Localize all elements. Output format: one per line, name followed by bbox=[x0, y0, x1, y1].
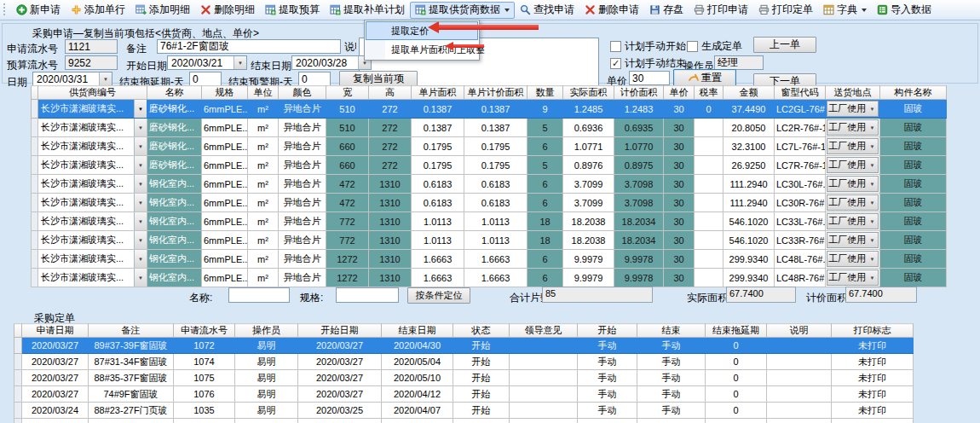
grid-cell[interactable]: 手动 bbox=[578, 386, 637, 403]
grid-cell[interactable]: 0.6183 bbox=[412, 175, 464, 194]
grid-cell[interactable]: 1076 bbox=[174, 386, 235, 403]
grid-cell[interactable]: 772 bbox=[326, 212, 369, 231]
delivery-dropdown-button[interactable]: 工厂使用▼ bbox=[827, 213, 879, 229]
delay-field[interactable] bbox=[189, 72, 222, 86]
grid-cell[interactable] bbox=[695, 119, 723, 137]
grid-cell[interactable]: 5 bbox=[527, 119, 563, 137]
grid-cell[interactable]: 6mmPLE... bbox=[202, 269, 248, 287]
grid-cell[interactable]: 工厂使用▼ bbox=[826, 212, 880, 231]
grid-cell[interactable]: 18.2038 bbox=[563, 212, 614, 231]
grid-cell[interactable]: 30 bbox=[664, 194, 695, 212]
grid-cell[interactable] bbox=[767, 386, 832, 403]
end-date-picker[interactable]: 2020/03/28 ▼ bbox=[291, 55, 372, 70]
grid-cell[interactable]: 6 bbox=[527, 250, 563, 269]
grid-cell[interactable]: 1272 bbox=[326, 250, 369, 269]
grid-cell[interactable]: 开始 bbox=[453, 403, 510, 419]
grid-cell[interactable]: 3.7098 bbox=[614, 175, 664, 194]
grid-cell[interactable]: 未打印 bbox=[832, 338, 914, 354]
grid-cell[interactable]: 开始 bbox=[453, 354, 510, 370]
grid-cell[interactable]: 固玻 bbox=[880, 194, 947, 212]
grid-cell[interactable]: 30 bbox=[664, 250, 695, 269]
grid-cell[interactable]: 1.2483 bbox=[614, 100, 664, 119]
grid-cell[interactable]: 6mmPLE... bbox=[202, 100, 248, 119]
grid-cell[interactable]: 1.2485 bbox=[563, 100, 614, 119]
grid-cell[interactable]: 0.1387 bbox=[464, 100, 527, 119]
grid-cell[interactable]: LC7R-76#-1FO bbox=[775, 156, 826, 175]
grid-cell[interactable]: 长沙市潇湘玻璃实...▼ bbox=[38, 119, 147, 137]
grid-cell[interactable]: 660 bbox=[326, 137, 369, 156]
grid-cell[interactable]: 510 bbox=[326, 100, 369, 119]
table-row[interactable]: 长沙市潇湘玻璃实...▼磨砂钢化...6mmPLE...m²异地合片510272… bbox=[32, 119, 947, 137]
grid-cell[interactable]: 异地合片 bbox=[279, 269, 326, 287]
chevron-down-icon[interactable]: ▼ bbox=[134, 231, 147, 249]
grid-cell[interactable]: 开始 bbox=[453, 338, 510, 354]
filter-spec-input[interactable] bbox=[336, 287, 399, 303]
column-header[interactable]: 结束日期 bbox=[382, 324, 453, 338]
grid-cell[interactable]: 钢化室内... bbox=[147, 194, 202, 212]
grid-cell[interactable]: 0.6936 bbox=[563, 119, 614, 137]
grid-cell[interactable]: 异地合片 bbox=[279, 119, 326, 137]
import-data-button[interactable]: 导入数据 bbox=[872, 2, 937, 19]
table-row-selected[interactable]: 2020/03/2789#37-39F窗固玻1072易明2020/03/2720… bbox=[14, 338, 914, 354]
grid-cell[interactable]: 0.1387 bbox=[412, 100, 464, 119]
grid-cell[interactable] bbox=[235, 419, 298, 423]
table-row[interactable]: 2020/03/2488#23-27F门页玻1035易明2020/03/2520… bbox=[14, 403, 914, 419]
grid-cell[interactable]: 工厂使用▼ bbox=[826, 175, 880, 194]
grid-cell[interactable]: 32.3100 bbox=[723, 137, 775, 156]
grid-cell[interactable]: 0 bbox=[706, 338, 767, 354]
grid-cell[interactable]: 2020/03/27 bbox=[22, 354, 89, 370]
generate-order-checkbox[interactable]: 生成定单 bbox=[687, 39, 742, 54]
grid-cell[interactable]: 1035 bbox=[174, 403, 235, 419]
delivery-dropdown-button[interactable]: 工厂使用▼ bbox=[827, 119, 879, 136]
table-row[interactable]: 2020/03/2787#31-34F窗固玻1074易明2020/03/2720… bbox=[14, 354, 914, 370]
add-row-button[interactable]: 添加单行 bbox=[66, 2, 130, 19]
delivery-dropdown-button[interactable]: 工厂使用▼ bbox=[827, 269, 879, 286]
column-header[interactable]: 单片计价面积 bbox=[464, 86, 527, 100]
grid-cell[interactable] bbox=[695, 250, 723, 269]
grid-cell[interactable]: 异地合片 bbox=[279, 194, 326, 212]
grid-cell[interactable]: 长沙市潇湘玻璃实...▼ bbox=[38, 194, 147, 212]
grid-cell[interactable] bbox=[695, 156, 723, 175]
grid-cell[interactable]: 6 bbox=[527, 175, 563, 194]
grid-cell[interactable]: LC33R-76#... bbox=[775, 231, 826, 250]
grid-cell[interactable]: 111.2940 bbox=[723, 194, 775, 212]
grid-cell[interactable]: 272 bbox=[369, 119, 412, 137]
grid-cell[interactable]: 6mmPLE... bbox=[202, 231, 248, 250]
grid-cell[interactable]: 37.4490 bbox=[723, 100, 775, 119]
grid-cell[interactable]: 1.0113 bbox=[464, 231, 527, 250]
grid-cell[interactable]: 30 bbox=[664, 175, 695, 194]
grid-cell[interactable]: 2020/03/27 bbox=[22, 370, 89, 386]
grid-cell[interactable]: 异地合片 bbox=[279, 100, 326, 119]
grid-cell[interactable]: 手动 bbox=[637, 403, 706, 419]
grid-cell[interactable]: 1.0113 bbox=[464, 212, 527, 231]
column-header[interactable]: 打印标志 bbox=[832, 324, 914, 338]
grid-cell[interactable] bbox=[695, 194, 723, 212]
operator-field[interactable] bbox=[714, 55, 764, 70]
grid-cell[interactable]: 18.2034 bbox=[614, 212, 664, 231]
grid-cell[interactable]: 2020/03/27 bbox=[298, 386, 382, 403]
grid-cell[interactable]: 18 bbox=[527, 231, 563, 250]
chevron-down-icon[interactable]: ▼ bbox=[233, 56, 246, 69]
grid-cell[interactable]: 工厂使用▼ bbox=[826, 137, 880, 156]
extract-budget-button[interactable]: 提取预算 bbox=[260, 2, 325, 19]
grid-cell[interactable]: 2020/03/25 bbox=[298, 403, 382, 419]
grid-cell[interactable]: 异地合片 bbox=[279, 231, 326, 250]
grid-cell[interactable] bbox=[510, 338, 578, 354]
add-detail-button[interactable]: 添加明细 bbox=[130, 2, 195, 19]
grid-cell[interactable]: 固玻 bbox=[880, 119, 947, 137]
grid-cell[interactable]: 772 bbox=[326, 231, 369, 250]
table-row[interactable]: 长沙市潇湘玻璃实...▼钢化室内...6mmPLE...m²异地合片127213… bbox=[32, 250, 947, 269]
grid-cell[interactable]: 272 bbox=[369, 137, 412, 156]
grid-cell[interactable]: 开始 bbox=[453, 386, 510, 403]
grid-cell[interactable]: 长沙市潇湘玻璃实...▼ bbox=[38, 250, 147, 269]
chevron-down-icon[interactable]: ▼ bbox=[134, 175, 147, 193]
grid-cell[interactable]: 磨砂钢化... bbox=[147, 119, 202, 137]
table-row[interactable]: 长沙市潇湘玻璃实...▼钢化室内...6mmPLE...m²异地合片772131… bbox=[32, 231, 947, 250]
grid-cell[interactable]: 0 bbox=[706, 403, 767, 419]
chevron-down-icon[interactable]: ▼ bbox=[134, 137, 147, 155]
column-header[interactable]: 颜色 bbox=[279, 86, 326, 100]
grid-cell[interactable]: 0.1795 bbox=[464, 137, 527, 156]
chevron-down-icon[interactable]: ▼ bbox=[99, 72, 112, 85]
delete-request-button[interactable]: 删除申请 bbox=[579, 2, 644, 19]
grid-cell[interactable]: 1075 bbox=[174, 370, 235, 386]
